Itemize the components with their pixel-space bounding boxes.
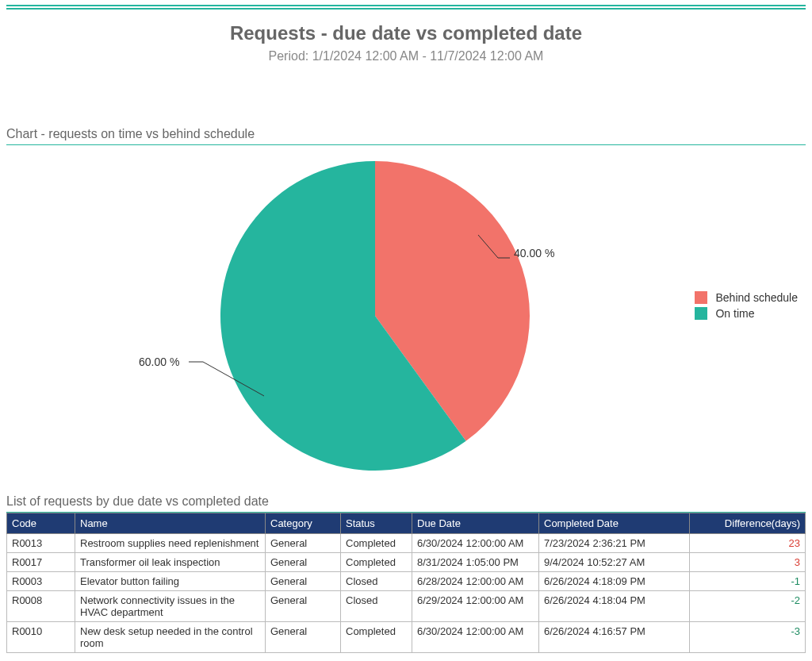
- table-cell: Transformer oil leak inspection: [75, 553, 266, 572]
- chart-legend: Behind schedule On time: [695, 288, 798, 323]
- table-cell: Network connectivity issues in the HVAC …: [75, 591, 266, 622]
- legend-item: Behind schedule: [695, 291, 798, 304]
- table-cell: 6/26/2024 4:18:09 PM: [539, 572, 690, 591]
- table-cell: R0008: [7, 591, 75, 622]
- col-due-date: Due Date: [412, 513, 539, 534]
- table-cell: General: [266, 553, 341, 572]
- table-row: R0017Transformer oil leak inspectionGene…: [7, 553, 806, 572]
- table-cell: Restroom supplies need replenishment: [75, 534, 266, 553]
- col-name: Name: [75, 513, 266, 534]
- table-cell: Completed: [341, 622, 412, 653]
- legend-label: On time: [715, 307, 754, 320]
- table-body: R0013Restroom supplies need replenishmen…: [7, 534, 806, 653]
- table-cell: 6/26/2024 4:16:57 PM: [539, 622, 690, 653]
- col-difference: Difference(days): [690, 513, 806, 534]
- legend-swatch-icon: [695, 307, 707, 320]
- col-status: Status: [341, 513, 412, 534]
- report-period: Period: 1/1/2024 12:00 AM - 11/7/2024 12…: [0, 49, 812, 63]
- pie-chart: [216, 157, 534, 475]
- col-code: Code: [7, 513, 75, 534]
- table-cell: 6/29/2024 12:00:00 AM: [412, 591, 539, 622]
- col-completed-date: Completed Date: [539, 513, 690, 534]
- table-cell: Closed: [341, 591, 412, 622]
- chart-area: 40.00 % 60.00 % Behind schedule On time: [6, 145, 806, 486]
- table-cell: -2: [690, 591, 806, 622]
- table-cell: R0013: [7, 534, 75, 553]
- table-row: R0013Restroom supplies need replenishmen…: [7, 534, 806, 553]
- table-cell: 7/23/2024 2:36:21 PM: [539, 534, 690, 553]
- table-cell: 9/4/2024 10:52:27 AM: [539, 553, 690, 572]
- pie-svg: [216, 157, 534, 475]
- table-row: R0008Network connectivity issues in the …: [7, 591, 806, 622]
- table-cell: Completed: [341, 553, 412, 572]
- table-cell: General: [266, 534, 341, 553]
- requests-table-wrap: Code Name Category Status Due Date Compl…: [6, 513, 806, 653]
- table-cell: 23: [690, 534, 806, 553]
- table-cell: -1: [690, 572, 806, 591]
- chart-section-title: Chart - requests on time vs behind sched…: [6, 127, 806, 145]
- table-header-row: Code Name Category Status Due Date Compl…: [7, 513, 806, 534]
- col-category: Category: [266, 513, 341, 534]
- table-cell: General: [266, 572, 341, 591]
- table-cell: Elevator button failing: [75, 572, 266, 591]
- report-title: Requests - due date vs completed date: [0, 22, 812, 44]
- pie-label-behind-text: 40.00 %: [514, 247, 554, 259]
- table-cell: General: [266, 622, 341, 653]
- table-cell: Completed: [341, 534, 412, 553]
- table-row: R0003Elevator button failingGeneralClose…: [7, 572, 806, 591]
- table-cell: New desk setup needed in the control roo…: [75, 622, 266, 653]
- table-cell: 8/31/2024 1:05:00 PM: [412, 553, 539, 572]
- requests-table: Code Name Category Status Due Date Compl…: [6, 513, 806, 653]
- title-block: Requests - due date vs completed date Pe…: [0, 17, 812, 87]
- table-cell: R0010: [7, 622, 75, 653]
- table-section-title: List of requests by due date vs complete…: [6, 494, 806, 513]
- table-cell: 6/30/2024 12:00:00 AM: [412, 622, 539, 653]
- legend-swatch-icon: [695, 291, 707, 304]
- pie-label-ontime: 60.00 %: [139, 355, 179, 368]
- pie-label-behind: 40.00 %: [514, 247, 554, 259]
- table-cell: 3: [690, 553, 806, 572]
- table-row: R0010New desk setup needed in the contro…: [7, 622, 806, 653]
- table-cell: 6/30/2024 12:00:00 AM: [412, 534, 539, 553]
- legend-label: Behind schedule: [715, 291, 798, 304]
- table-cell: R0003: [7, 572, 75, 591]
- table-cell: 6/26/2024 4:18:04 PM: [539, 591, 690, 622]
- header-divider: [6, 5, 806, 10]
- table-cell: General: [266, 591, 341, 622]
- table-cell: Closed: [341, 572, 412, 591]
- legend-item: On time: [695, 307, 798, 320]
- table-cell: -3: [690, 622, 806, 653]
- table-cell: 6/28/2024 12:00:00 AM: [412, 572, 539, 591]
- table-cell: R0017: [7, 553, 75, 572]
- pie-label-ontime-text: 60.00 %: [139, 355, 179, 368]
